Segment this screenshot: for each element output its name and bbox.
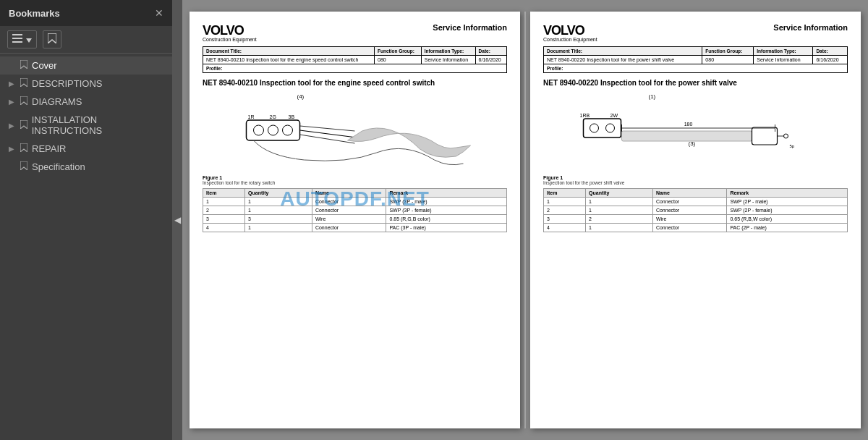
function-group-value-1: 080	[375, 56, 422, 64]
profile-row-2: Profile:	[544, 64, 848, 73]
svg-text:(4): (4)	[297, 93, 305, 100]
parts-header-item-2: Item	[544, 189, 586, 198]
diagram-area-2: (1) 1RB 2W 180 (3)	[543, 91, 848, 171]
bookmark-icon-diagrams	[20, 96, 27, 107]
sidebar-item-repair[interactable]: ▶ REPAIR	[0, 140, 172, 158]
expand-icon-installation: ▶	[9, 122, 16, 130]
sidebar: Bookmarks ✕ Cover ▶ DESCRIPTIONS	[0, 0, 172, 440]
table-row: 21ConnectorSWP (2P - female)	[544, 206, 848, 215]
parts-header-qty-2: Quantity	[586, 189, 653, 198]
svg-point-27	[606, 124, 615, 132]
close-button[interactable]: ✕	[155, 7, 163, 19]
svg-point-17	[268, 125, 278, 135]
sidebar-item-label-descriptions: DESCRIPTIONS	[32, 78, 103, 89]
page-divider	[524, 12, 526, 428]
bookmark-icon-installation	[20, 120, 27, 131]
sidebar-item-label-specification: Specification	[32, 161, 85, 172]
figure-caption-2: Inspection tool for the power shift valv…	[543, 180, 848, 185]
sidebar-item-specification[interactable]: Specification	[0, 158, 172, 176]
volvo-logo-2: VOLVO	[543, 23, 597, 38]
sidebar-toolbar	[0, 26, 172, 54]
expand-icon-repair: ▶	[9, 145, 16, 153]
function-group-label-1: Function Group:	[375, 47, 422, 56]
svg-point-35	[784, 134, 788, 138]
collapse-sidebar-button[interactable]: ◀	[172, 0, 182, 440]
sidebar-item-cover[interactable]: Cover	[0, 56, 172, 75]
svg-marker-8	[20, 120, 27, 129]
info-type-value-1: Service Information	[421, 56, 475, 64]
table-row: 33Wire0.85 (R,G,B color)	[203, 215, 507, 224]
bookmark-icon-cover	[20, 60, 27, 71]
svg-marker-9	[20, 143, 27, 152]
svg-text:180: 180	[684, 122, 693, 127]
bookmark-icon-repair	[20, 143, 27, 154]
doc-title-value-2: NET 8940-00220 Inspection tool for the p…	[544, 56, 702, 64]
parts-header-qty-1: Quantity	[245, 189, 312, 198]
sidebar-item-installation[interactable]: ▶ INSTALLATION INSTRUCTIONS	[0, 111, 172, 140]
function-group-value-2: 080	[702, 56, 754, 64]
doc-title-value-1: NET 8940-00210 Inspection tool for the e…	[203, 56, 375, 64]
parts-header-name-2: Name	[652, 189, 727, 198]
parts-header-name-1: Name	[312, 189, 386, 198]
info-type-label-1: Information Type:	[421, 47, 475, 56]
svg-text:5p: 5p	[790, 144, 795, 148]
sidebar-item-diagrams[interactable]: ▶ DIAGRAMS	[0, 93, 172, 111]
toolbar-menu-button[interactable]	[7, 30, 37, 48]
svg-marker-6	[20, 78, 27, 87]
section-title-1: NET 8940-00210 Inspection tool for the e…	[203, 79, 507, 87]
doc-title-label-1: Document Title:	[203, 47, 375, 56]
sidebar-title: Bookmarks	[9, 8, 60, 19]
date-label-2: Date:	[813, 47, 848, 56]
main-content: VOLVO Construction Equipment Service Inf…	[182, 0, 868, 440]
svg-rect-25	[584, 119, 621, 138]
svg-text:1R: 1R	[248, 114, 255, 119]
expand-icon-specification	[9, 163, 16, 171]
table-row: 11ConnectorSWP (3P - male)	[203, 198, 507, 206]
expand-icon-cover	[9, 62, 16, 69]
sidebar-item-label-diagrams: DIAGRAMS	[32, 96, 82, 107]
volvo-sub-1: Construction Equipment	[203, 37, 257, 42]
sidebar-item-label-installation: INSTALLATION INSTRUCTIONS	[32, 114, 166, 136]
svg-point-16	[254, 125, 264, 135]
svg-rect-34	[752, 127, 778, 145]
function-group-label-2: Function Group:	[702, 47, 754, 56]
date-label-1: Date:	[475, 47, 506, 56]
parts-header-remark-1: Remark	[386, 189, 507, 198]
doc-title-label-2: Document Title:	[544, 47, 702, 56]
svg-marker-5	[20, 60, 27, 69]
date-value-2: 6/16/2020	[813, 56, 848, 64]
toolbar-bookmark-button[interactable]	[43, 30, 61, 48]
info-type-value-2: Service Information	[754, 56, 813, 64]
svg-point-26	[590, 124, 599, 132]
table-row: 11ConnectorSWP (2P - male)	[544, 198, 848, 206]
svg-marker-3	[26, 38, 32, 43]
doc-info-table-1: Document Title: Function Group: Informat…	[203, 46, 507, 73]
parts-header-remark-2: Remark	[727, 189, 848, 198]
info-type-label-2: Information Type:	[754, 47, 813, 56]
date-value-1: 6/16/2020	[475, 56, 506, 64]
diagram-area-1: (4) 1R 2G 3B	[203, 91, 507, 171]
bookmark-icon-descriptions	[20, 78, 27, 89]
svg-marker-7	[20, 96, 27, 105]
svg-text:3B: 3B	[289, 114, 295, 119]
parts-table-1: Item Quantity Name Remark 11ConnectorSWP…	[203, 188, 507, 232]
svg-line-20	[300, 126, 355, 131]
svg-rect-15	[247, 120, 300, 140]
figure-label-1: Figure 1	[203, 175, 507, 180]
sidebar-item-label-cover: Cover	[32, 60, 57, 71]
sidebar-item-label-repair: REPAIR	[32, 143, 66, 154]
profile-row-1: Profile:	[203, 64, 507, 73]
parts-header-item-1: Item	[203, 189, 245, 198]
table-row: 41ConnectorPAC (2P - male)	[544, 224, 848, 232]
diagram-svg-1: (4) 1R 2G 3B	[203, 91, 507, 171]
svg-text:1RB: 1RB	[580, 113, 590, 118]
svg-rect-2	[12, 41, 22, 43]
expand-icon-diagrams: ▶	[9, 98, 16, 106]
svg-rect-1	[12, 38, 22, 39]
svg-text:(1): (1)	[649, 93, 656, 100]
svg-rect-0	[12, 34, 22, 35]
sidebar-item-descriptions[interactable]: ▶ DESCRIPTIONS	[0, 75, 172, 93]
volvo-sub-2: Construction Equipment	[543, 37, 597, 42]
figure-label-2: Figure 1	[543, 175, 848, 180]
svg-marker-10	[20, 161, 27, 170]
